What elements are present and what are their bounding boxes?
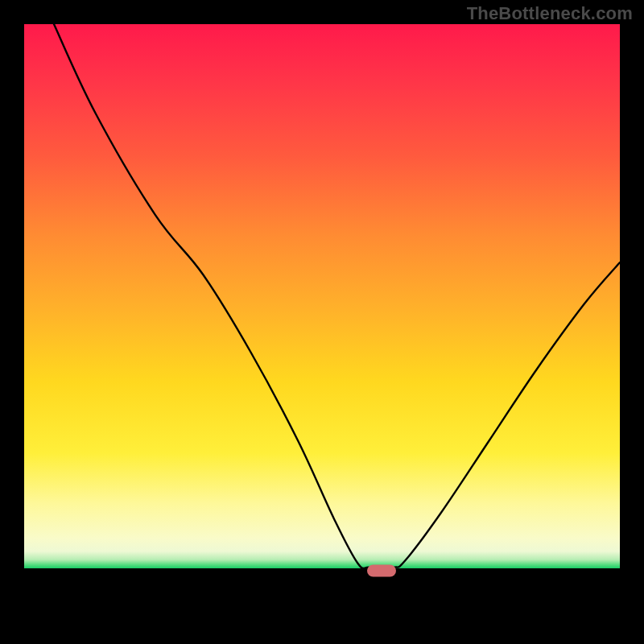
watermark-text: TheBottleneck.com bbox=[467, 3, 633, 24]
chart-frame: TheBottleneck.com bbox=[0, 0, 644, 644]
plot-area bbox=[24, 24, 620, 620]
optimal-marker bbox=[367, 565, 396, 577]
bottleneck-curve bbox=[24, 24, 620, 620]
